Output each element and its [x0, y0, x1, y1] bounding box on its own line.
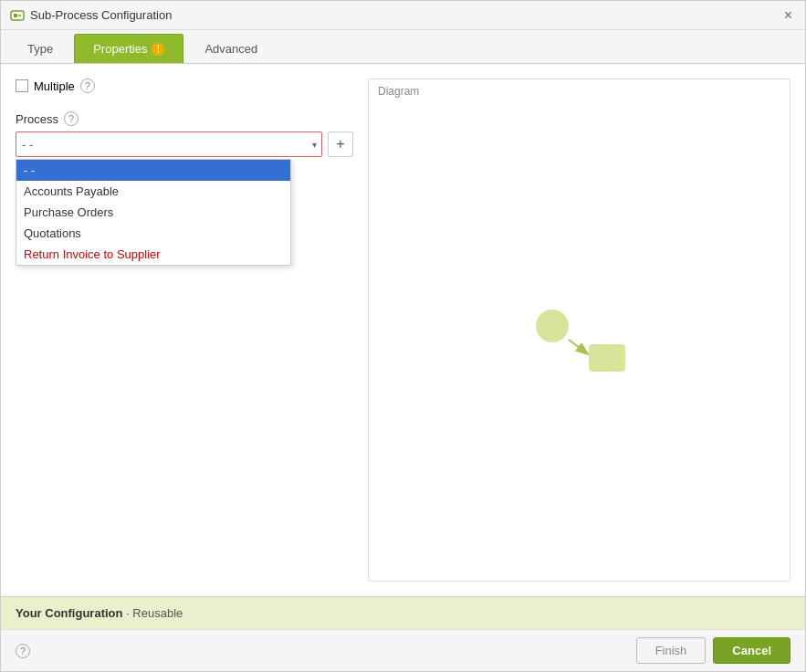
- diagram-svg: [525, 299, 634, 390]
- footer-buttons: ? Finish Cancel: [1, 629, 805, 671]
- warning-icon: !: [152, 43, 164, 56]
- footer-help-icon[interactable]: ?: [16, 644, 30, 658]
- svg-rect-5: [589, 344, 625, 372]
- dropdown-list: - - Accounts Payable Purchase Orders Quo…: [16, 159, 291, 266]
- tabs-bar: Type Properties ! Advanced: [1, 30, 805, 64]
- process-select-wrapper: - - Accounts Payable Purchase Orders Quo…: [16, 131, 322, 157]
- tab-advanced[interactable]: Advanced: [185, 34, 277, 63]
- process-label: Process: [16, 112, 58, 126]
- subprocess-icon: [10, 8, 25, 23]
- svg-line-4: [569, 340, 587, 353]
- tab-properties[interactable]: Properties !: [74, 34, 183, 63]
- cancel-button[interactable]: Cancel: [713, 637, 790, 664]
- config-separator: ·: [126, 606, 130, 620]
- config-value: Reusable: [132, 606, 183, 620]
- diagram-area: [369, 107, 790, 581]
- dropdown-item-blank[interactable]: - -: [16, 160, 290, 181]
- dialog: Sub-Process Configuration × Type Propert…: [0, 0, 806, 672]
- svg-rect-1: [14, 14, 17, 17]
- multiple-row: Multiple ?: [16, 79, 353, 93]
- close-button[interactable]: ×: [780, 6, 796, 25]
- title-bar-left: Sub-Process Configuration: [10, 8, 172, 23]
- process-label-row: Process ?: [16, 111, 353, 126]
- tab-type[interactable]: Type: [8, 34, 72, 63]
- diagram-label: Diagram: [378, 85, 419, 98]
- multiple-help-icon[interactable]: ?: [80, 79, 95, 93]
- process-help-icon[interactable]: ?: [64, 111, 79, 126]
- dropdown-item-accounts-payable[interactable]: Accounts Payable: [16, 181, 290, 202]
- left-panel: Multiple ? Process ? - - Accounts Payabl…: [16, 79, 353, 582]
- dropdown-item-quotations[interactable]: Quotations: [16, 223, 290, 244]
- svg-point-3: [536, 310, 569, 342]
- process-select[interactable]: - - Accounts Payable Purchase Orders Quo…: [16, 131, 322, 157]
- finish-button[interactable]: Finish: [636, 637, 707, 664]
- multiple-checkbox[interactable]: [16, 79, 28, 92]
- multiple-label: Multiple: [34, 79, 75, 93]
- title-bar: Sub-Process Configuration ×: [1, 1, 805, 30]
- config-label: Your Configuration: [16, 606, 122, 620]
- diagram-panel: Diagram: [368, 79, 790, 582]
- dropdown-item-purchase-orders[interactable]: Purchase Orders: [16, 202, 290, 223]
- action-buttons: Finish Cancel: [636, 637, 790, 664]
- add-process-button[interactable]: +: [328, 131, 353, 157]
- dialog-title: Sub-Process Configuration: [30, 8, 172, 22]
- config-bar: Your Configuration · Reusable: [1, 596, 805, 629]
- select-row: - - Accounts Payable Purchase Orders Quo…: [16, 131, 353, 157]
- main-content: Multiple ? Process ? - - Accounts Payabl…: [1, 64, 805, 596]
- dropdown-item-return-invoice[interactable]: Return Invoice to Supplier: [16, 244, 290, 265]
